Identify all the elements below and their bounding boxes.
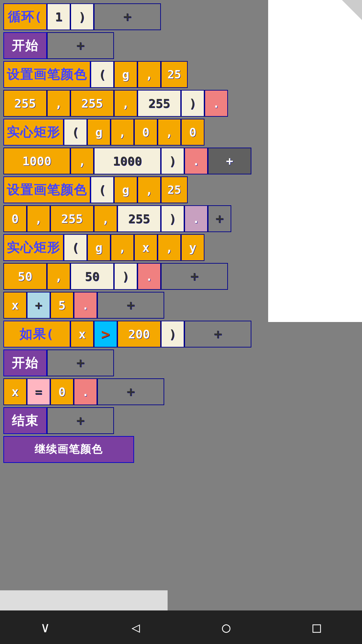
row-rect-1b: 1000 , 1000 ) . +: [3, 148, 251, 174]
rect-2-y[interactable]: y: [181, 234, 204, 261]
rect-2-comma2[interactable]: ,: [158, 234, 181, 261]
rect-1-plus[interactable]: +: [208, 148, 251, 174]
row-loop: 循环( 1 ) +: [3, 3, 251, 30]
setcolor-2-255[interactable]: 255: [50, 205, 94, 232]
rect-1-val0[interactable]: 0: [134, 119, 158, 146]
nav-down-icon[interactable]: ∨: [41, 619, 49, 636]
nav-recent-icon[interactable]: □: [312, 619, 321, 636]
row-x-assign: x + 5 . +: [3, 292, 251, 319]
setcolor-1-comma2[interactable]: ,: [114, 90, 137, 117]
loop-plus[interactable]: +: [94, 3, 161, 30]
row-rect-2: 实心矩形 ( g , x , y: [3, 234, 251, 261]
start-plus-2[interactable]: +: [47, 350, 114, 376]
setcolor-2-dot[interactable]: .: [184, 205, 208, 232]
loop-keyword[interactable]: 循环(: [3, 3, 47, 30]
setcolor-2-comma[interactable]: ,: [137, 176, 161, 203]
x-reset-eq[interactable]: =: [27, 378, 50, 405]
nav-back-icon[interactable]: ◁: [131, 619, 140, 636]
x-dot[interactable]: .: [74, 292, 97, 319]
x-reset-dot[interactable]: .: [74, 378, 97, 405]
rect-1-comma[interactable]: ,: [70, 148, 94, 174]
start-plus-1[interactable]: +: [47, 32, 114, 59]
if-gt[interactable]: >: [94, 321, 117, 347]
row-end-1: 结束 +: [3, 407, 251, 434]
row-setcolor-2: 设置画笔颜色 ( g , 25: [3, 176, 251, 203]
loop-paren-close[interactable]: ): [70, 3, 94, 30]
rect-2-comma[interactable]: ,: [111, 234, 134, 261]
rect-2-50b[interactable]: 50: [70, 263, 114, 290]
setcolor-1-comma[interactable]: ,: [137, 61, 161, 88]
row-if: 如果( x > 200 ) +: [3, 321, 251, 347]
row-setcolor-1b: 255 , 255 , 255 ) .: [3, 90, 251, 117]
setcolor-2-255b[interactable]: 255: [117, 205, 161, 232]
rect-1-comma2[interactable]: ,: [158, 119, 181, 146]
rect-2-50a[interactable]: 50: [3, 263, 47, 290]
setcolor-2-plus[interactable]: +: [208, 205, 231, 232]
row-x-reset: x = 0 . +: [3, 378, 251, 405]
setcolor-1-comma1[interactable]: ,: [47, 90, 70, 117]
end-plus-1[interactable]: +: [47, 407, 114, 434]
rect-1-partial[interactable]: 0: [181, 119, 204, 146]
setcolor-1-255c[interactable]: 255: [137, 90, 181, 117]
rect-2-x[interactable]: x: [134, 234, 158, 261]
setcolor-1-255a[interactable]: 255: [3, 90, 47, 117]
setcolor-1-cmd[interactable]: 设置画笔颜色: [3, 61, 90, 88]
setcolor-1-dot[interactable]: .: [204, 90, 228, 117]
scroll-bar[interactable]: [0, 590, 168, 610]
setcolor-2-val0[interactable]: 0: [3, 205, 27, 232]
rect-1-1000a[interactable]: 1000: [3, 148, 70, 174]
x-val5[interactable]: 5: [50, 292, 74, 319]
start-keyword-1[interactable]: 开始: [3, 32, 47, 59]
setcolor-2-val25[interactable]: 25: [161, 176, 188, 203]
setcolor-2-cmd[interactable]: 设置画笔颜色: [3, 176, 90, 203]
setcolor-1-paren[interactable]: (: [90, 61, 114, 88]
if-keyword[interactable]: 如果(: [3, 321, 70, 347]
rect-1-paren-close[interactable]: ): [161, 148, 184, 174]
setcolor-2-g[interactable]: g: [114, 176, 137, 203]
start-keyword-2[interactable]: 开始: [3, 350, 47, 376]
rect-2-g[interactable]: g: [87, 234, 111, 261]
paper-fold: [342, 0, 362, 20]
nav-home-icon[interactable]: ○: [222, 619, 230, 636]
setcolor-1-255b[interactable]: 255: [70, 90, 114, 117]
row-start-1: 开始 +: [3, 32, 251, 59]
row-rect-2b: 50 , 50 ) . +: [3, 263, 251, 290]
rect-1-dot[interactable]: .: [184, 148, 208, 174]
rect-2-paren-close[interactable]: ): [114, 263, 137, 290]
rect-2-cmd[interactable]: 实心矩形: [3, 234, 64, 261]
setcolor-2-paren-close[interactable]: ): [161, 205, 184, 232]
setcolor-1-paren-close[interactable]: ): [181, 90, 204, 117]
rect-2-paren[interactable]: (: [64, 234, 87, 261]
rect-2-plus[interactable]: +: [161, 263, 228, 290]
rect-2-dot[interactable]: .: [137, 263, 161, 290]
if-x[interactable]: x: [70, 321, 94, 347]
loop-value[interactable]: 1: [47, 3, 70, 30]
setcolor-2-comma2[interactable]: ,: [94, 205, 117, 232]
rect-1-1000b[interactable]: 1000: [94, 148, 161, 174]
x-reset-plus[interactable]: +: [97, 378, 164, 405]
row-setcolor-1: 设置画笔颜色 ( g , 25: [3, 61, 251, 88]
rect-1-cmd[interactable]: 实心矩形: [3, 119, 64, 146]
setcolor-1-val25[interactable]: 25: [161, 61, 188, 88]
row-rect-1: 实心矩形 ( g , 0 , 0: [3, 119, 251, 146]
rect-1-g[interactable]: g: [87, 119, 111, 146]
x-reset-var[interactable]: x: [3, 378, 27, 405]
x-var[interactable]: x: [3, 292, 27, 319]
setcolor-2-comma1[interactable]: ,: [27, 205, 50, 232]
row-partial: 继续画笔颜色: [3, 436, 251, 463]
x-plus-op[interactable]: +: [27, 292, 50, 319]
x-reset-val0[interactable]: 0: [50, 378, 74, 405]
end-keyword-1[interactable]: 结束: [3, 407, 47, 434]
nav-bar: ∨ ◁ ○ □: [0, 610, 362, 644]
row-start-2: 开始 +: [3, 350, 251, 376]
rect-1-comma[interactable]: ,: [111, 119, 134, 146]
x-plus[interactable]: +: [97, 292, 164, 319]
setcolor-2-paren[interactable]: (: [90, 176, 114, 203]
partial-cmd[interactable]: 继续画笔颜色: [3, 436, 134, 463]
if-val200[interactable]: 200: [117, 321, 161, 347]
setcolor-1-g[interactable]: g: [114, 61, 137, 88]
rect-2-comma[interactable]: ,: [47, 263, 70, 290]
rect-1-paren[interactable]: (: [64, 119, 87, 146]
if-paren-close[interactable]: ): [161, 321, 184, 347]
if-plus[interactable]: +: [184, 321, 251, 347]
